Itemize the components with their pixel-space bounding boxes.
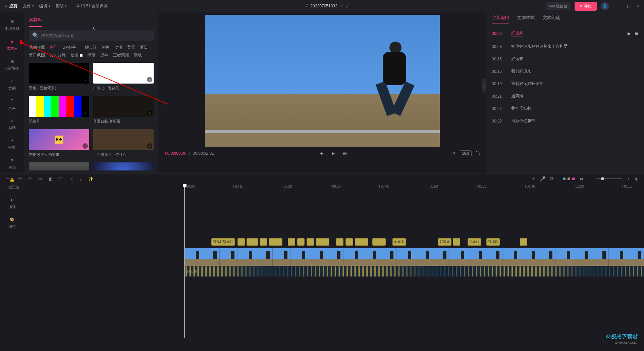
subtitle-text[interactable]: 迎着好运兴旺发达 xyxy=(511,81,543,87)
subtitle-row[interactable]: 00:16我们好运来 xyxy=(486,65,644,78)
subtitle-text[interactable]: 好运来 xyxy=(511,56,523,62)
category-游戏[interactable]: 游戏 xyxy=(134,52,142,58)
category-节日氛围[interactable]: 节日氛围 xyxy=(29,52,45,58)
download-icon[interactable]: ↓ xyxy=(147,143,152,149)
video-frame[interactable] xyxy=(202,248,220,266)
category-热梗[interactable]: 热梗 xyxy=(102,45,110,50)
video-frame[interactable] xyxy=(273,248,290,266)
crop-tool[interactable]: ⬚ xyxy=(59,176,63,182)
video-frame[interactable] xyxy=(502,248,520,266)
category-片头片尾[interactable]: 片头片尾 xyxy=(50,52,66,58)
fullscreen-icon[interactable]: ⛶ xyxy=(476,151,480,156)
asset-card[interactable]: ↓白场（白色背景） xyxy=(93,63,154,91)
nav-asset-library[interactable]: ☻素材库 xyxy=(0,35,24,54)
asset-thumbnail[interactable]: ↓ xyxy=(93,129,154,150)
asset-card[interactable]: ↓素颜辣 小鬼 xyxy=(29,162,89,170)
subtitle-row[interactable]: 00:21通四海 xyxy=(486,90,644,102)
video-frame[interactable] xyxy=(361,248,379,266)
asset-card[interactable]: R★↓热梗 R 星动画效果 xyxy=(29,129,89,157)
video-frame[interactable] xyxy=(520,248,538,266)
asset-thumbnail[interactable]: ↓ xyxy=(93,63,154,84)
split-button[interactable]: ✂ xyxy=(38,176,42,182)
subtitle-clip[interactable] xyxy=(288,238,295,246)
snap-button[interactable]: ⌖ xyxy=(532,176,535,182)
subtitle-clip[interactable] xyxy=(345,238,353,246)
subtitle-clip[interactable] xyxy=(297,238,305,246)
asset-card[interactable]: ↓普通普眼 名场面 xyxy=(93,96,154,124)
export-button[interactable]: ⬆ 导出 xyxy=(575,2,597,11)
collapse-panel-button[interactable]: › xyxy=(482,79,486,93)
panel-tab-library[interactable]: 素材库 xyxy=(29,15,42,27)
asset-thumbnail[interactable]: ↓ xyxy=(29,96,89,117)
category-热门[interactable]: 热门 xyxy=(50,45,58,50)
category-夏日[interactable]: 夏日 xyxy=(140,45,148,50)
subtitle-clip[interactable]: 送走好 xyxy=(468,238,481,246)
nav-transition[interactable]: ⧉转场 xyxy=(0,153,24,173)
search-box[interactable]: 🔍 xyxy=(29,30,154,41)
subtitle-row[interactable]: 00:27叠个千纸鹤 xyxy=(486,102,644,115)
color-dot-orange[interactable] xyxy=(568,178,570,180)
redo-button[interactable]: ↷ xyxy=(28,176,32,182)
menu-edit[interactable]: 编辑▾ xyxy=(39,3,50,9)
subtitle-clip[interactable] xyxy=(237,238,245,246)
video-frame[interactable] xyxy=(555,248,573,266)
user-avatar[interactable]: 👤 xyxy=(601,2,609,10)
align-button[interactable]: ⇔ xyxy=(580,176,584,182)
video-frame[interactable] xyxy=(591,248,609,266)
subtitle-text[interactable]: 再系个红飘带 xyxy=(511,118,535,124)
download-icon[interactable]: ↓ xyxy=(147,77,152,82)
subtitle-track[interactable]: 祝你好运来好你来来好运来送走好祝福你 xyxy=(184,238,644,247)
category-王者荣耀[interactable]: 王者荣耀 xyxy=(113,52,129,58)
shortcut-button[interactable]: ⌨ 快捷键 xyxy=(546,2,571,10)
subtitle-clip[interactable] xyxy=(453,238,460,246)
asset-thumbnail[interactable]: ↓ xyxy=(29,162,89,170)
download-icon[interactable]: ↓ xyxy=(147,110,152,115)
video-frame[interactable] xyxy=(343,248,361,266)
asset-card[interactable]: ↓无信号 xyxy=(29,96,89,124)
track-color-buttons[interactable] xyxy=(563,178,575,180)
tab-text-style[interactable]: 文本样式 xyxy=(517,15,535,23)
audio-track[interactable]: 好运来 xyxy=(184,266,644,277)
time-ruler[interactable]: | 00:00| 00:10| 00:20| 00:30| 00:40| 00:… xyxy=(184,184,644,191)
color-dot-teal[interactable] xyxy=(563,178,566,180)
zoom-out-button[interactable]: − xyxy=(588,176,591,182)
category-一键三连[interactable]: 一键三连 xyxy=(81,45,97,50)
video-frame[interactable] xyxy=(485,248,503,266)
download-icon[interactable]: ↓ xyxy=(83,77,88,82)
subtitle-clip[interactable] xyxy=(372,238,386,246)
audio-tool[interactable]: ♪ xyxy=(79,176,82,182)
subtitle-text[interactable]: 我们好运来 xyxy=(511,68,531,74)
subtitle-row[interactable]: 00:29再系个红飘带 xyxy=(486,115,644,127)
asset-thumbnail[interactable]: ↓ xyxy=(93,96,154,117)
video-frame[interactable] xyxy=(396,248,414,266)
nav-hot-memes[interactable]: ▣B站热梗 xyxy=(0,54,24,74)
video-frame[interactable] xyxy=(220,248,237,266)
video-frame[interactable] xyxy=(379,248,397,266)
video-frame[interactable] xyxy=(308,248,326,266)
subtitle-text[interactable]: 叠个千纸鹤 xyxy=(511,106,531,111)
menu-help[interactable]: 帮助▾ xyxy=(56,3,67,9)
play-button[interactable]: ▶ xyxy=(332,151,335,156)
mic-button[interactable]: 🎤 xyxy=(540,176,545,182)
video-frame[interactable] xyxy=(255,248,273,266)
download-icon[interactable]: ↓ xyxy=(83,143,88,149)
subtitle-row[interactable]: 00:08祝你好运来好好运带来了喜和爱 xyxy=(486,40,644,53)
prev-frame-button[interactable]: ⏮ xyxy=(320,151,324,156)
subtitle-text[interactable]: 好运来 xyxy=(511,30,523,37)
asset-card[interactable]: ↓黑场（黑色背景） xyxy=(29,63,89,91)
subtitle-clip[interactable] xyxy=(355,238,368,246)
aspect-ratio[interactable]: 16:9 xyxy=(460,150,472,156)
edit-title-icon[interactable]: ✎ xyxy=(340,4,343,8)
subtitle-clip[interactable]: 你来来 xyxy=(392,238,406,246)
search-input[interactable] xyxy=(41,33,150,38)
undo-button[interactable]: ↶ xyxy=(18,176,22,182)
subtitle-row[interactable]: 00:19迎着好运兴旺发达 xyxy=(486,78,644,90)
subtitle-clip[interactable]: 祝福你 xyxy=(486,238,500,246)
subtitle-clip[interactable]: 祝你好运来好 xyxy=(211,238,235,246)
magic-tool[interactable]: ✨ xyxy=(88,176,94,182)
video-frame[interactable] xyxy=(290,248,308,266)
category-UP必备[interactable]: UP必备 xyxy=(62,45,76,50)
nav-text[interactable]: T文本 xyxy=(0,94,24,114)
category-绿幕[interactable]: 绿幕 xyxy=(88,52,96,58)
play-subtitle-icon[interactable]: ▶ xyxy=(628,31,631,36)
